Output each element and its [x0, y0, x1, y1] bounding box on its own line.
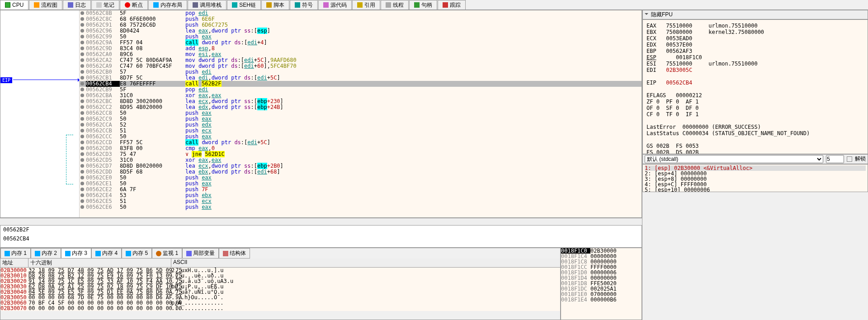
disasm-row[interactable]: 00562CCDFF57 5Ccall dword ptr ds:[edi+5C…	[80, 140, 642, 146]
disasm-row[interactable]: 00562CBC8D8D 30020000lea ecx,dword ptr s…	[80, 99, 642, 104]
call-arg-row[interactable]: 4: [esp+C] FFFF0000	[645, 182, 866, 187]
unlock-button[interactable]: 解锁	[855, 155, 866, 163]
tab-CPU[interactable]: CPU	[0, 0, 28, 9]
disasm-row[interactable]: 00562CA9C747 60 70BFC45Fmov dword ptr ds…	[80, 63, 642, 69]
breakpoint-dot-icon[interactable]	[80, 146, 84, 150]
register-header[interactable]: 隐藏FPU	[642, 10, 868, 19]
breakpoint-dot-icon[interactable]	[80, 29, 84, 33]
disasm-row[interactable]: 00562C9AFF57 04call dword ptr ds:[edi+4]	[80, 40, 642, 46]
breakpoint-dot-icon[interactable]	[80, 158, 84, 162]
breakpoint-dot-icon[interactable]	[80, 182, 84, 185]
disasm-row[interactable]: 00562CD375 47∨ jne 562D1C	[80, 151, 642, 157]
breakpoint-dot-icon[interactable]	[80, 82, 84, 85]
spinner-icon[interactable]	[847, 156, 852, 162]
disasm-row[interactable]: 00562CD78D8D B0020000lea ecx,dword ptr s…	[80, 163, 642, 169]
tab-源代码[interactable]: 源代码	[318, 0, 352, 9]
tab-引用[interactable]: 引用	[352, 0, 380, 9]
breakpoint-dot-icon[interactable]	[80, 152, 84, 156]
tab-SEH链[interactable]: SEH链	[227, 0, 261, 9]
call-arg-row[interactable]: 1: [esp] 02B30000 <&VirtualAlloc>	[645, 165, 866, 171]
disasm-row[interactable]: 00562CB4E8 76FEFFFFcall 562B2F	[80, 81, 642, 87]
disasm-row[interactable]: 00562C8B5Fpop edi	[80, 10, 642, 16]
disasm-row[interactable]: 00562C9950push eax	[80, 34, 642, 40]
disasm-row[interactable]: 00562CCB51push ecx	[80, 128, 642, 134]
dump-col-hex[interactable]: 十六进制	[28, 259, 171, 267]
breakpoint-dot-icon[interactable]	[80, 117, 84, 121]
breakpoint-dot-icon[interactable]	[80, 41, 84, 44]
dump-row[interactable]: 02B30070 00 00 00 00 00 00 00 00 00 00 0…	[0, 306, 560, 311]
breakpoint-dot-icon[interactable]	[80, 141, 84, 144]
breakpoint-dot-icon[interactable]	[80, 135, 84, 138]
breakpoint-dot-icon[interactable]	[80, 129, 84, 132]
dump-col-addr[interactable]: 地址	[0, 259, 28, 267]
breakpoint-dot-icon[interactable]	[80, 164, 84, 168]
disasm-row[interactable]: 00562C9168 75726C6Dpush 6D6C7275	[80, 22, 642, 28]
arg-count-input[interactable]	[826, 155, 844, 163]
disasm-row[interactable]: 00562CE050push eax	[80, 175, 642, 181]
breakpoint-dot-icon[interactable]	[80, 193, 84, 197]
breakpoint-dot-icon[interactable]	[80, 123, 84, 127]
breakpoint-dot-icon[interactable]	[80, 199, 84, 203]
disasm-row[interactable]: 00562CB057push edi	[80, 69, 642, 75]
disasm-row[interactable]: 00562CB95Fpop edi	[80, 87, 642, 93]
disasm-row[interactable]: 00562CD531C0xor eax,eax	[80, 157, 642, 163]
tab-内存布局[interactable]: 内存布局	[148, 0, 187, 9]
call-arg-row[interactable]: 3: [esp+8] 00000000	[645, 176, 866, 182]
register-panel[interactable]: EAX 75510000 urlmon.75510000 EBX 7508000…	[642, 19, 868, 154]
disasm-row[interactable]: 00562CE26A 7Fpush 7F	[80, 187, 642, 193]
disasm-row[interactable]: 00562CB18D7F 5Clea edi,dword ptr ds:[edi…	[80, 75, 642, 81]
tab-断点[interactable]: 断点	[120, 0, 148, 9]
disasm-panel[interactable]: EIP 00562C8B5Fpop edi00562C8C68 6F6E0000…	[0, 10, 642, 218]
tab-流程图[interactable]: 流程图	[29, 0, 62, 9]
dump-col-ascii[interactable]: ASCII	[171, 259, 560, 267]
tab-日志[interactable]: 日志	[63, 0, 91, 9]
breakpoint-dot-icon[interactable]	[80, 58, 84, 62]
dump-tab-1[interactable]: 内存 2	[31, 248, 61, 259]
tab-符号[interactable]: 符号	[290, 0, 318, 9]
tab-笔记[interactable]: 笔记	[91, 0, 119, 9]
breakpoint-dot-icon[interactable]	[80, 35, 84, 38]
call-args-panel[interactable]: 1: [esp] 02B30000 <&VirtualAlloc>2: [esp…	[642, 164, 868, 192]
breakpoint-dot-icon[interactable]	[80, 205, 84, 209]
breakpoint-dot-icon[interactable]	[80, 111, 84, 115]
dump-body[interactable]: 02B30000 32 18 09 75 D7 48 09 75 AD 17 0…	[0, 268, 560, 311]
breakpoint-dot-icon[interactable]	[80, 47, 84, 50]
breakpoint-dot-icon[interactable]	[80, 94, 84, 97]
disasm-hscroll[interactable]	[0, 218, 642, 225]
dump-tab-7[interactable]: 结构体	[219, 248, 250, 259]
breakpoint-dot-icon[interactable]	[80, 188, 84, 191]
call-arg-row[interactable]: 2: [esp+4] 00000000	[645, 171, 866, 176]
tab-调用堆栈[interactable]: 调用堆栈	[188, 0, 226, 9]
disasm-row[interactable]: 00562CBA31C0xor eax,eax	[80, 93, 642, 99]
dump-tab-2[interactable]: 内存 3	[61, 248, 91, 259]
breakpoint-dot-icon[interactable]	[80, 105, 84, 109]
breakpoint-dot-icon[interactable]	[80, 170, 84, 174]
disasm-row[interactable]: 00562CE551push ecx	[80, 198, 642, 204]
disasm-row[interactable]: 00562CC28D95 4B020000lea edx,dword ptr s…	[80, 104, 642, 110]
disasm-row[interactable]: 00562CC850push eax	[80, 110, 642, 116]
breakpoint-dot-icon[interactable]	[80, 70, 84, 74]
breakpoint-dot-icon[interactable]	[80, 17, 84, 21]
breakpoint-dot-icon[interactable]	[80, 52, 84, 56]
callconv-select[interactable]: 默认 (stdcall)	[645, 155, 823, 163]
tab-句柄[interactable]: 句柄	[409, 0, 437, 9]
dump-tab-5[interactable]: 监视 1	[152, 248, 182, 259]
dump-tab-3[interactable]: 内存 4	[91, 248, 122, 259]
breakpoint-dot-icon[interactable]	[80, 88, 84, 91]
tab-线程[interactable]: 线程	[381, 0, 409, 9]
breakpoint-dot-icon[interactable]	[80, 23, 84, 27]
disasm-row[interactable]: 00562CE150push eax	[80, 181, 642, 187]
disasm-row[interactable]: 00562CC950push eax	[80, 116, 642, 122]
disasm-row[interactable]: 00562CE650push eax	[80, 204, 642, 210]
disasm-row[interactable]: 00562C9D83C4 08add esp,8	[80, 46, 642, 52]
disasm-row[interactable]: 00562CD083F8 00cmp eax,0	[80, 146, 642, 151]
disasm-row[interactable]: 00562CCC50push eax	[80, 134, 642, 140]
disasm-row[interactable]: 00562CCA52push edx	[80, 122, 642, 128]
breakpoint-dot-icon[interactable]	[80, 64, 84, 68]
dump-tab-4[interactable]: 内存 5	[122, 248, 152, 259]
disasm-row[interactable]: 00562CE453push ebx	[80, 193, 642, 198]
dump-tab-0[interactable]: 内存 1	[0, 248, 31, 259]
dump-tab-6[interactable]: 局部变量	[182, 248, 219, 259]
stack-panel[interactable]: 0018F1C0 02B300000018F1C4 000000000018F1…	[561, 248, 642, 320]
breakpoint-dot-icon[interactable]	[80, 99, 84, 103]
